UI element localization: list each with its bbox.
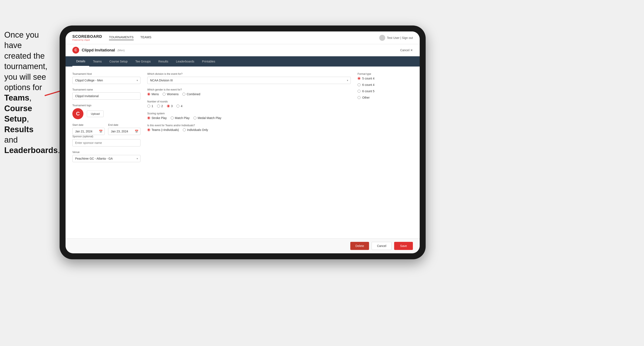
tournament-header: C Clippd Invitational (Men) Cancel ✕ [66,44,420,56]
delete-button[interactable]: Delete [350,242,369,250]
format-6count5-radio[interactable] [358,90,360,93]
user-avatar [379,35,385,41]
logo-text: SCOREBOARD [72,34,102,39]
scoring-medal-match[interactable]: Medal Match Play [194,116,221,120]
cancel-button-bottom[interactable]: Cancel [372,242,392,250]
format-other[interactable]: Other [358,96,413,99]
tournament-name: Clippd Invitational [82,48,115,52]
name-input[interactable] [72,92,140,100]
rounds-4-radio[interactable] [176,105,180,108]
tab-leaderboards[interactable]: Leaderboards [172,56,198,66]
nav-left-section: SCOREBOARD Powered by clippd TOURNAMENTS… [72,34,151,41]
user-text[interactable]: Test User | Sign out [387,36,413,39]
start-date-group: Start date 📅 [72,124,105,135]
sponsor-input[interactable] [72,139,140,147]
end-date-wrapper: 📅 [108,128,140,135]
logo-sub: Powered by clippd [72,39,102,41]
bottom-bar: Delete Cancel Save [66,238,420,253]
nav-teams[interactable]: TEAMS [140,35,152,40]
rounds-3-radio[interactable] [167,105,170,108]
gender-combined[interactable]: Combined [182,92,200,96]
format-field-group: Format type 5 count 4 6 count 4 6 cou [358,72,413,99]
tab-printables[interactable]: Printables [198,56,219,66]
scoring-label: Scoring system [147,112,351,115]
format-5count4-radio[interactable] [358,77,360,80]
scoring-match-radio[interactable] [171,117,174,119]
teams-individuals-radio[interactable] [183,128,186,131]
format-6count4[interactable]: 6 count 4 [358,83,413,86]
teams-radio-group: Teams (+Individuals) Individuals Only [147,128,351,132]
rounds-2-radio[interactable] [157,105,160,108]
gender-womens-radio[interactable] [162,93,166,96]
format-6count4-radio[interactable] [358,83,360,86]
instruction-line5: options for [4,83,42,92]
scoring-stroke[interactable]: Stroke Play [147,116,167,120]
tab-details[interactable]: Details [72,56,89,66]
logo-label: Tournament logo [72,104,140,107]
gender-mens[interactable]: Mens [147,92,159,96]
scoring-radio-group: Stroke Play Match Play Medal Match Play [147,116,351,120]
sponsor-label: Sponsor (optional) [72,135,140,138]
teams-plus-radio[interactable] [147,128,150,131]
sponsor-field-group: Sponsor (optional) [72,135,140,147]
host-select[interactable]: Clippd College - Men [72,77,140,84]
venue-field-group: Venue Peachtree GC - Atlanta - GA [72,151,140,162]
gender-combined-radio[interactable] [182,93,185,96]
gender-mens-radio[interactable] [147,93,150,96]
rounds-3[interactable]: 3 [167,104,173,108]
format-5count4[interactable]: 5 count 4 [358,77,413,80]
rounds-label: Number of rounds [147,100,351,103]
rounds-radio-group: 1 2 3 4 [147,104,351,108]
tournament-title-row: C Clippd Invitational (Men) [72,47,125,54]
teams-plus-individuals[interactable]: Teams (+Individuals) [147,128,179,132]
rounds-1-radio[interactable] [147,105,150,108]
host-field-group: Tournament Host Clippd College - Men [72,72,140,84]
tab-tee-groups[interactable]: Tee Groups [132,56,154,66]
venue-select[interactable]: Peachtree GC - Atlanta - GA [72,155,140,162]
division-select-wrapper: NCAA Division III [147,77,351,84]
division-field-group: Which division is the event for? NCAA Di… [147,72,351,84]
gender-label: Which gender is the event for? [147,88,351,91]
tablet-screen: SCOREBOARD Powered by clippd TOURNAMENTS… [66,31,420,253]
instruction-line4: you will see [4,72,46,81]
tab-teams[interactable]: Teams [89,56,106,66]
instruction-bold-results: Results [4,125,34,134]
rounds-2[interactable]: 2 [157,104,163,108]
scoring-medal-radio[interactable] [194,117,196,119]
instruction-line3: tournament, [4,62,48,71]
save-button[interactable]: Save [394,242,413,250]
tab-results[interactable]: Results [154,56,172,66]
nav-tournaments[interactable]: TOURNAMENTS [109,35,134,40]
name-label: Tournament name [72,88,140,91]
name-field-group: Tournament name [72,88,140,100]
instruction-bold-teams: Teams [4,93,29,102]
tournament-icon: C [72,47,79,54]
scoring-field-group: Scoring system Stroke Play Match Play [147,112,351,120]
cancel-button-top[interactable]: Cancel ✕ [400,48,413,52]
start-date-label: Start date [72,124,105,127]
gender-womens[interactable]: Womens [162,92,178,96]
top-navigation: SCOREBOARD Powered by clippd TOURNAMENTS… [66,31,420,44]
format-radio-group: 5 count 4 6 count 4 6 count 5 Other [358,77,413,99]
tab-course-setup[interactable]: Course Setup [106,56,132,66]
format-6count5[interactable]: 6 count 5 [358,89,413,93]
division-select[interactable]: NCAA Division III [147,77,351,84]
teams-label: Is this event for Teams and/or Individua… [147,124,351,127]
venue-select-wrapper: Peachtree GC - Atlanta - GA [72,155,140,162]
format-column: Format type 5 count 4 6 count 4 6 cou [358,72,413,232]
tab-bar: Details Teams Course Setup Tee Groups Re… [66,56,420,66]
upload-button[interactable]: Upload [87,111,104,117]
user-area: Test User | Sign out [379,35,413,41]
format-other-radio[interactable] [358,96,360,99]
instruction-line2: created the [4,51,45,60]
rounds-field-group: Number of rounds 1 2 3 [147,100,351,108]
gender-radio-group: Mens Womens Combined [147,92,351,96]
rounds-4[interactable]: 4 [176,104,182,108]
scoring-stroke-radio[interactable] [147,117,150,119]
middle-column: Which division is the event for? NCAA Di… [147,72,351,232]
rounds-1[interactable]: 1 [147,104,153,108]
teams-individuals-only[interactable]: Individuals Only [183,128,208,132]
scoring-match[interactable]: Match Play [171,116,190,120]
left-column: Tournament Host Clippd College - Men Tou… [72,72,140,232]
gender-field-group: Which gender is the event for? Mens Wome… [147,88,351,96]
